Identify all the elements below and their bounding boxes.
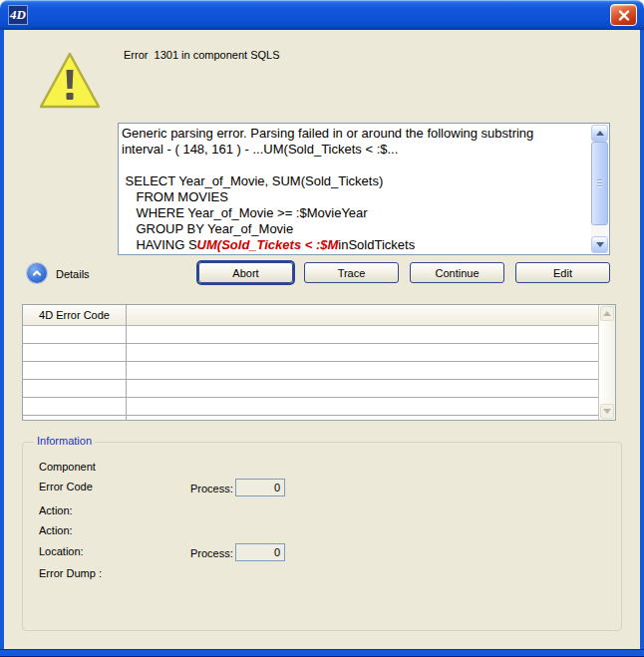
error-dump-label: Error Dump :	[39, 567, 102, 579]
edit-button[interactable]: Edit	[515, 262, 610, 283]
action-button-row: Abort Trace Continue Edit	[198, 262, 610, 283]
sql-line-having: HAVING SUM(Sold_Tickets < :$MinSoldTicke…	[122, 237, 572, 253]
sql-line-where: WHERE Year_of_Movie >= :$MovieYear	[122, 205, 572, 221]
details-label: Details	[56, 268, 90, 280]
4d-logo-icon: 4D	[8, 5, 28, 25]
scrollbar-thumb[interactable]	[591, 142, 608, 225]
table-scrollbar-disabled	[598, 305, 615, 420]
table-body	[23, 326, 598, 420]
having-suffix: inSoldTickets	[338, 237, 415, 252]
chevron-up-icon	[31, 267, 43, 279]
having-prefix: HAVING S	[122, 237, 197, 252]
error-dialog-window: 4D Error 1301 in component SQLS Generic …	[0, 0, 644, 657]
warning-triangle-icon	[37, 50, 103, 113]
error-summary-text: Error 1301 in component SQLS	[124, 49, 280, 61]
table-row	[23, 362, 598, 380]
information-legend: Information	[34, 435, 95, 447]
having-error-highlight: UM(Sold_Tickets < :$M	[197, 237, 339, 252]
close-x-icon	[618, 10, 630, 21]
process-field-1[interactable]: 0	[235, 479, 285, 496]
table-row	[23, 344, 598, 362]
table-scroll-down-button[interactable]	[600, 404, 614, 419]
parsing-error-paragraph: Generic parsing error. Parsing failed in…	[122, 126, 572, 158]
blank-line	[122, 158, 572, 173]
error-code-label: Error Code	[39, 481, 93, 493]
window-border-right	[640, 30, 644, 657]
error-detail-content: Generic parsing error. Parsing failed in…	[122, 126, 572, 253]
error-code-table: 4D Error Code	[22, 304, 616, 421]
process-label-1: Process:	[190, 483, 233, 494]
window-border-bottom	[0, 649, 644, 657]
action-label-2: Action:	[39, 524, 73, 536]
scroll-arrow-up-icon	[603, 311, 611, 316]
location-label: Location:	[39, 545, 84, 557]
table-row	[23, 380, 598, 398]
scroll-up-button[interactable]	[591, 125, 608, 142]
table-scroll-up-button[interactable]	[600, 306, 614, 321]
error-detail-textarea[interactable]: Generic parsing error. Parsing failed in…	[118, 123, 610, 255]
information-groupbox: Information Component Error Code Process…	[22, 442, 622, 631]
process-field-2[interactable]: 0	[235, 543, 285, 561]
sql-line-group-by: GROUP BY Year_of_Movie	[122, 221, 572, 237]
scroll-arrow-up-icon	[596, 131, 604, 136]
column-header-4d-error-code: 4D Error Code	[23, 309, 126, 321]
close-button[interactable]	[610, 4, 637, 26]
process-label-2: Process:	[190, 547, 233, 559]
continue-button[interactable]: Continue	[410, 262, 504, 283]
table-header-row: 4D Error Code	[23, 305, 615, 326]
scroll-arrow-down-icon	[596, 242, 604, 247]
sql-line-from: FROM MOVIES	[122, 189, 572, 205]
trace-button[interactable]: Trace	[304, 262, 399, 283]
table-row	[23, 398, 598, 416]
sql-line-select: SELECT Year_of_Movie, SUM(Sold_Tickets)	[122, 173, 572, 189]
table-row	[23, 326, 598, 344]
scroll-down-button[interactable]	[591, 236, 608, 253]
details-toggle-button[interactable]	[27, 263, 47, 283]
abort-button[interactable]: Abort	[198, 262, 293, 283]
error-text-scrollbar[interactable]	[591, 125, 608, 253]
titlebar[interactable]: 4D	[0, 0, 644, 30]
scroll-arrow-down-icon	[603, 409, 611, 414]
action-label-1: Action:	[39, 504, 73, 516]
component-label: Component	[39, 461, 96, 473]
